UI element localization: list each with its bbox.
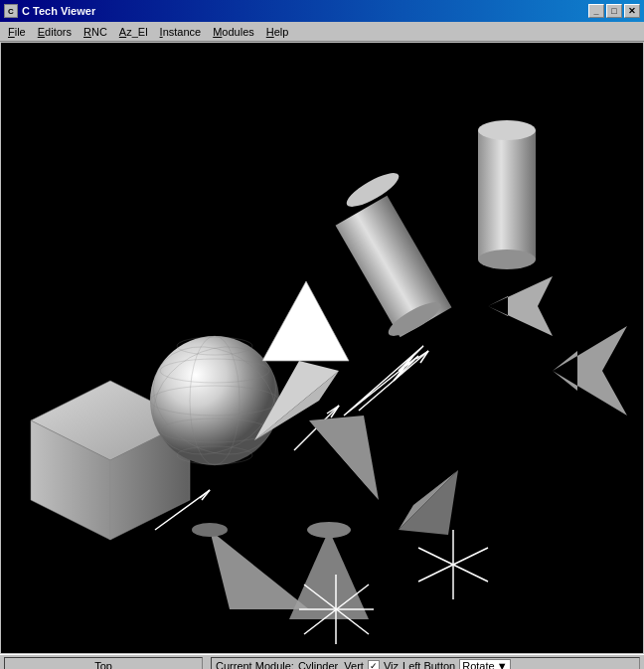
svg-marker-40 <box>289 530 369 619</box>
3d-scene <box>1 43 643 653</box>
dropdown-arrow-icon[interactable]: ▼ <box>497 660 508 670</box>
svg-marker-27 <box>344 346 423 416</box>
menu-rnc[interactable]: RNC <box>78 24 113 40</box>
view-name: Top <box>94 660 112 670</box>
svg-point-21 <box>478 250 536 269</box>
menu-instance[interactable]: Instance <box>154 24 208 40</box>
menu-azel[interactable]: Az_El <box>113 24 154 40</box>
svg-marker-35 <box>309 416 379 500</box>
svg-marker-15 <box>262 281 349 361</box>
svg-marker-26 <box>553 326 627 416</box>
svg-point-3 <box>150 336 279 465</box>
svg-point-20 <box>478 120 536 140</box>
minimize-button[interactable]: _ <box>588 4 604 18</box>
rotate-dropdown[interactable]: Rotate ▼ <box>459 659 510 670</box>
statusbar: Top Current Module: Cylinder_Vert ✓ Viz … <box>0 654 644 669</box>
svg-marker-37 <box>399 470 458 535</box>
menu-help[interactable]: Help <box>260 24 295 40</box>
current-module-label: Current Module: <box>216 660 294 670</box>
menu-modules[interactable]: Modules <box>207 24 260 40</box>
status-info: Current Module: Cylinder_Vert ✓ Viz Left… <box>211 657 640 670</box>
menubar: File Editors RNC Az_El Instance Modules … <box>0 22 644 42</box>
svg-rect-19 <box>478 130 536 259</box>
menu-file[interactable]: File <box>2 24 32 40</box>
svg-point-41 <box>307 522 351 538</box>
svg-rect-16 <box>336 196 452 338</box>
viewport[interactable] <box>1 43 643 653</box>
svg-point-39 <box>192 523 228 537</box>
maximize-button[interactable]: □ <box>606 4 622 18</box>
window-title: C Tech Viewer <box>22 5 95 17</box>
viz-label: Viz <box>384 660 399 670</box>
menu-editors[interactable]: Editors <box>32 24 78 40</box>
viz-checkbox[interactable]: ✓ <box>368 660 380 670</box>
status-view: Top <box>4 657 203 670</box>
svg-marker-38 <box>210 530 309 609</box>
close-button[interactable]: ✕ <box>624 4 640 18</box>
button-label: Left Button <box>402 660 455 670</box>
dropdown-value: Rotate <box>462 660 494 670</box>
titlebar: C C Tech Viewer _ □ ✕ <box>0 0 644 22</box>
app-icon: C <box>4 4 18 18</box>
svg-marker-25 <box>488 276 553 336</box>
module-name: Cylinder_Vert <box>298 660 364 670</box>
titlebar-buttons: _ □ ✕ <box>588 4 640 18</box>
svg-line-28 <box>359 351 428 411</box>
titlebar-left: C C Tech Viewer <box>4 4 95 18</box>
